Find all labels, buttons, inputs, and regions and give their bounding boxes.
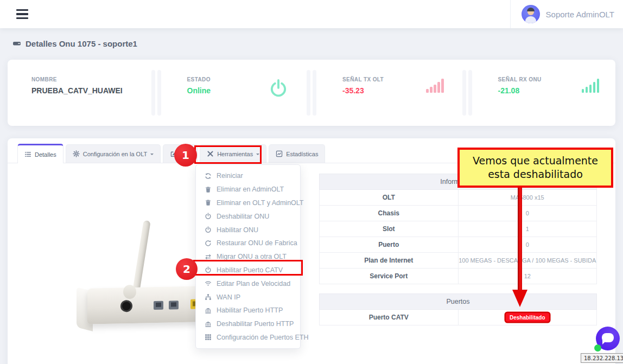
divider [460, 60, 474, 126]
herramientas-dropdown-menu: Reiniciar Eliminar en AdminOLT Eliminar … [195, 164, 301, 349]
table-row: Puerto CATV Deshabilitado [320, 310, 597, 325]
power-icon [205, 266, 212, 273]
signal-bars-icon [582, 79, 600, 93]
tab-label: Configuración en la OLT [83, 151, 147, 157]
menu-item-habilitar-onu[interactable]: Habilitar ONU [196, 223, 300, 237]
user-menu[interactable]: Soporte AdminOLT [510, 0, 614, 28]
stat-estado-label: ESTADO [187, 76, 211, 82]
table-row: Chasis0 [320, 206, 597, 221]
stat-senal-rx: SEÑAL RX ONU -21.08 [474, 60, 616, 126]
user-avatar [522, 5, 540, 23]
power-icon [205, 226, 212, 233]
menu-item-deshabilitar-onu[interactable]: Deshabilitar ONU [196, 209, 300, 223]
annotation-note: Vemos que actualmente esta deshabilitado [457, 148, 613, 188]
stat-estado-value: Online [187, 86, 211, 95]
chat-bubble-icon [602, 333, 614, 342]
page-title: Detalles Onu 1075 - soporte1 [26, 39, 137, 48]
annotation-arrow-head [512, 290, 527, 307]
table-row: Service Port12 [320, 269, 597, 284]
exchange-icon [205, 253, 212, 260]
tab-detalles[interactable]: Detalles [17, 144, 63, 163]
bank-icon [205, 307, 212, 314]
menu-item-wan-ip[interactable]: WAN IP [196, 290, 300, 304]
menu-item-eliminar-adminolt[interactable]: Eliminar en AdminOLT [196, 183, 300, 196]
sitemap-icon [205, 293, 212, 301]
tab-label: Estadísticas [286, 151, 318, 157]
chevron-down-icon [256, 154, 259, 157]
stat-tx-label: SEÑAL TX OLT [342, 76, 384, 82]
sync-icon [205, 173, 212, 180]
redo-icon [205, 240, 212, 247]
table-row: Plan de Internet100 MEGAS - DESCARGA / 1… [320, 253, 597, 269]
grid-icon [205, 334, 212, 341]
tab-label: Detalles [35, 151, 56, 158]
trash-icon [205, 186, 212, 193]
stat-rx-value: -21.08 [498, 86, 542, 95]
ip-address-tooltip: 18.232.228.132 [581, 353, 623, 363]
menu-item-deshabilitar-puerto-http[interactable]: Deshabilitar Puerto HTTP [196, 317, 300, 331]
menu-item-habilitar-puerto-http[interactable]: Habilitar Puerto HTTP [196, 304, 300, 317]
chevron-down-icon [150, 154, 154, 157]
page-header: Detalles Onu 1075 - soporte1 [0, 28, 623, 59]
divider [149, 60, 163, 126]
list-icon [24, 151, 31, 158]
menu-item-eliminar-olt-adminolt[interactable]: Eliminar en OLT y AdminOLT [196, 196, 300, 210]
stat-nombre-label: NOMBRE [31, 76, 123, 82]
ports-table: Puertos Puerto CATV Deshabilitado [319, 293, 597, 325]
chart-icon [276, 150, 283, 157]
menu-item-reiniciar[interactable]: Reiniciar [196, 169, 300, 183]
power-icon [205, 213, 212, 220]
stat-nombre-value: PRUEBA_CATV_HUAWEI [31, 86, 123, 95]
wifi-icon [205, 280, 212, 287]
user-name: Soporte AdminOLT [546, 10, 614, 19]
status-badge: Deshabilitado [506, 313, 549, 322]
stat-tx-value: -35.23 [342, 86, 384, 95]
tab-configuracion-olt[interactable]: Configuración en la OLT [66, 144, 161, 163]
table-row: Puerto0 [320, 237, 597, 253]
stat-estado: ESTADO Online [163, 60, 305, 126]
tab-herramientas[interactable]: Herramientas [200, 144, 266, 163]
power-icon [269, 79, 288, 100]
bank-icon [205, 321, 212, 328]
menu-item-restaurar-onu[interactable]: Restaurar ONU de Fabrica [196, 237, 300, 250]
menu-item-editar-plan-velocidad[interactable]: Editar Plan de Velocidad [196, 277, 300, 290]
top-navbar: Soporte AdminOLT [0, 0, 623, 28]
annotation-arrow [518, 187, 522, 291]
annotation-step-2: 2 [176, 258, 198, 280]
signal-bars-icon [426, 79, 444, 93]
info-table: Información OLTMA5800 x15 Chasis0 Slot1 … [319, 174, 597, 284]
table-row: OLTMA5800 x15 [320, 190, 597, 206]
menu-item-migrar-onu[interactable]: Migrar ONU a otra OLT [196, 250, 300, 264]
onu-status-card: NOMBRE PRUEBA_CATV_HUAWEI ESTADO Online … [8, 60, 615, 126]
hdd-icon [12, 39, 21, 48]
divider [304, 60, 319, 126]
ports-table-title: Puertos [320, 294, 597, 310]
table-row: Slot1 [320, 221, 597, 237]
menu-item-habilitar-puerto-catv[interactable]: Habilitar Puerto CATV [196, 264, 300, 277]
online-status-dot [594, 344, 601, 352]
stat-senal-tx: SEÑAL TX OLT -35.23 [319, 60, 460, 126]
tools-icon [207, 150, 214, 157]
menu-item-configuracion-puertos-eth[interactable]: Configuración de Puertos ETH [196, 331, 300, 344]
tab-label: Herramientas [217, 151, 253, 157]
trash-icon [205, 199, 212, 206]
gear-icon [73, 150, 80, 157]
detail-tables: Información OLTMA5800 x15 Chasis0 Slot1 … [319, 174, 597, 325]
stat-nombre: NOMBRE PRUEBA_CATV_HUAWEI [8, 60, 149, 126]
stat-rx-label: SEÑAL RX ONU [498, 76, 542, 82]
adminolt-screen: Soporte AdminOLT Detalles Onu 1075 - sop… [0, 0, 623, 364]
annotation-step-1: 1 [174, 144, 197, 167]
tab-estadisticas[interactable]: Estadísticas [269, 144, 325, 163]
hamburger-menu-icon[interactable] [16, 9, 28, 20]
